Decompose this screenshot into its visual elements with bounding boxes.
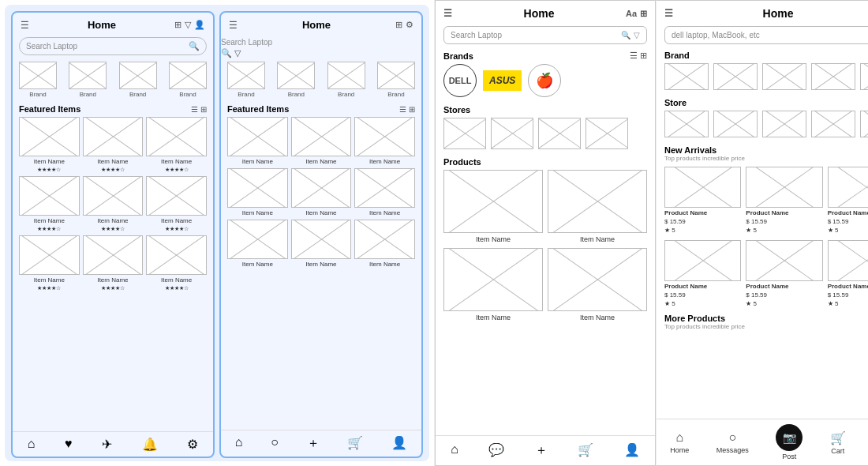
grid-icon-s1[interactable]: ⊞ [174,20,181,30]
brand-box-s4-1[interactable] [713,63,758,90]
hamburger-icon-s3[interactable]: ☰ [443,8,452,19]
translate-icon-s3[interactable]: Aa [626,9,637,19]
s4-prod-1[interactable]: Product Name$ 15.59★ 5 [746,167,822,234]
screens-right: ☰ Home Aa ⊞ Search Laptop 🔍 ▽ Brands ☰ [434,0,868,466]
grid-icon-s3[interactable]: ⊞ [640,9,647,19]
product-item-s1-3[interactable]: Item Name★★★★☆ [19,176,80,232]
product-item-s2-1[interactable]: Item Name [291,117,352,165]
brand-box-s4-2[interactable] [762,63,806,90]
product-item-s1-7[interactable]: Item Name★★★★☆ [83,235,144,291]
store-box-s3-2[interactable] [538,118,581,149]
nav-heart-s1[interactable]: ♥ [65,437,73,452]
search-bar-s1[interactable]: Search Laptop 🔍 [19,37,207,55]
grid-icon2-s1[interactable]: ⊞ [200,105,207,114]
nav-plus-s2[interactable]: ＋ [307,435,320,452]
grid-icon-s2[interactable]: ⊞ [395,20,402,30]
grid-icon2-s2[interactable]: ⊞ [409,105,415,114]
nav-cart-s4[interactable]: 🛒 Cart [830,430,846,455]
product-item-s2-7[interactable]: Item Name [291,220,352,268]
brand-item-s1-0[interactable]: Brand [19,62,57,98]
product-item-s1-6[interactable]: Item Name★★★★☆ [19,235,80,291]
brand-item-s2-2[interactable]: Brand [327,62,365,98]
search-icon-s1[interactable]: 🔍 [189,41,200,51]
product-item-s2-2[interactable]: Item Name [354,117,415,165]
product-item-s1-8[interactable]: Item Name★★★★☆ [146,235,207,291]
prod-s3-2[interactable]: Item Name [443,248,543,321]
product-item-s1-1[interactable]: Item Name★★★★☆ [83,117,144,173]
nav-user-s2[interactable]: 👤 [391,435,407,452]
store-box-s3-3[interactable] [586,118,628,149]
store-box-s3-0[interactable] [443,118,486,149]
s4-prod-3[interactable]: Product Name$ 15.59★ 5 [664,240,741,307]
nav-home-s3[interactable]: ⌂ [451,442,458,459]
nav-send-s1[interactable]: ✈ [102,437,112,452]
prod-s3-0[interactable]: Item Name [443,170,543,243]
filter-icon-s2[interactable]: ▽ [234,48,241,58]
store-box-s4-0[interactable] [664,111,709,137]
nav-user-s3[interactable]: 👤 [624,442,640,459]
nav-post-s4[interactable]: 📷 Post [776,424,803,460]
filter-icon-s3[interactable]: ▽ [634,31,640,39]
s4-prod-0[interactable]: Product Name$ 15.59★ 5 [664,167,741,234]
list-icon-s1[interactable]: ☰ [191,105,198,114]
filter-icon-s1[interactable]: ▽ [185,20,191,30]
prod-s3-1[interactable]: Item Name [548,170,647,243]
brand-box-s4-4[interactable] [860,63,868,90]
hamburger-icon-s4[interactable]: ☰ [664,8,673,19]
brand-dell-s3[interactable]: DELL [443,64,477,97]
list-icon-s3[interactable]: ☰ [630,51,638,61]
search-bar-s4[interactable]: dell laptop, MacBook, etc 🔍 ≡ [664,26,868,44]
store-box-s3-1[interactable] [491,118,533,149]
brand-item-s2-0[interactable]: Brand [227,62,265,98]
product-item-s2-5[interactable]: Item Name [354,168,415,216]
store-box-s4-3[interactable] [811,111,855,137]
hamburger-icon-s1[interactable]: ☰ [21,20,29,31]
brand-asus-s3[interactable]: ASUS [483,70,522,91]
nav-chat-s3[interactable]: 💬 [488,442,504,459]
s4-prod-4[interactable]: Product Name$ 15.59★ 5 [746,240,822,307]
s4-prod-2[interactable]: Product Name$ 15.59★ 5 [828,167,868,234]
product-item-s2-6[interactable]: Item Name [227,220,288,268]
nav-gear-s1[interactable]: ⚙ [187,437,198,452]
brand-apple-s3[interactable]: 🍎 [528,64,561,97]
nav-cart-s3[interactable]: 🛒 [578,442,593,459]
nav-home-s1[interactable]: ⌂ [28,437,36,452]
product-item-s2-0[interactable]: Item Name [227,117,288,165]
nav-home-s4[interactable]: ⌂ Home [670,430,689,454]
s4-prod-5[interactable]: Product Name$ 15.59★ 5 [828,240,868,307]
hamburger-icon-s2[interactable]: ☰ [229,20,238,31]
store-box-s4-2[interactable] [762,111,806,137]
prod-s3-3[interactable]: Item Name [548,248,647,321]
brand-item-s1-2[interactable]: Brand [119,62,157,98]
nav-plus-s3[interactable]: ＋ [535,442,548,459]
list-icon-s2[interactable]: ☰ [399,105,406,114]
gear-icon-s2[interactable]: ⚙ [406,20,413,30]
nav-bell-s1[interactable]: 🔔 [142,437,158,452]
search-icon-s3[interactable]: 🔍 [621,31,630,39]
post-button-s4[interactable]: 📷 [776,424,803,451]
grid-icon3-s3[interactable]: ⊞ [640,51,647,61]
nav-circle-s2[interactable]: ○ [271,435,279,452]
product-item-s2-3[interactable]: Item Name [227,168,288,216]
nav-home-s2[interactable]: ⌂ [235,435,243,452]
brand-item-s2-1[interactable]: Brand [277,62,315,98]
nav-messages-s4[interactable]: ○ Messages [716,430,749,454]
brand-item-s1-1[interactable]: Brand [69,62,107,98]
product-item-s2-4[interactable]: Item Name [291,168,352,216]
brand-box-s4-0[interactable] [664,63,709,90]
product-item-s1-4[interactable]: Item Name★★★★☆ [83,176,144,232]
brand-item-s1-3[interactable]: Brand [169,62,207,98]
brand-item-s2-3[interactable]: Brand [377,62,415,98]
search-icon-s2[interactable]: 🔍 [221,48,232,58]
search-bar-s3[interactable]: Search Laptop 🔍 ▽ [443,26,647,44]
product-item-s2-8[interactable]: Item Name [354,220,415,268]
product-item-s1-0[interactable]: Item Name★★★★☆ [19,117,80,173]
product-item-s1-5[interactable]: Item Name★★★★☆ [146,176,207,232]
search-bar-s2[interactable]: Search Laptop 🔍 ▽ [221,34,421,58]
store-box-s4-4[interactable] [860,111,868,137]
product-item-s1-2[interactable]: Item Name★★★★☆ [146,117,207,173]
store-box-s4-1[interactable] [713,111,758,137]
nav-cart-s2[interactable]: 🛒 [347,435,363,452]
user-icon-s1[interactable]: 👤 [194,20,205,30]
brand-box-s4-3[interactable] [811,63,855,90]
